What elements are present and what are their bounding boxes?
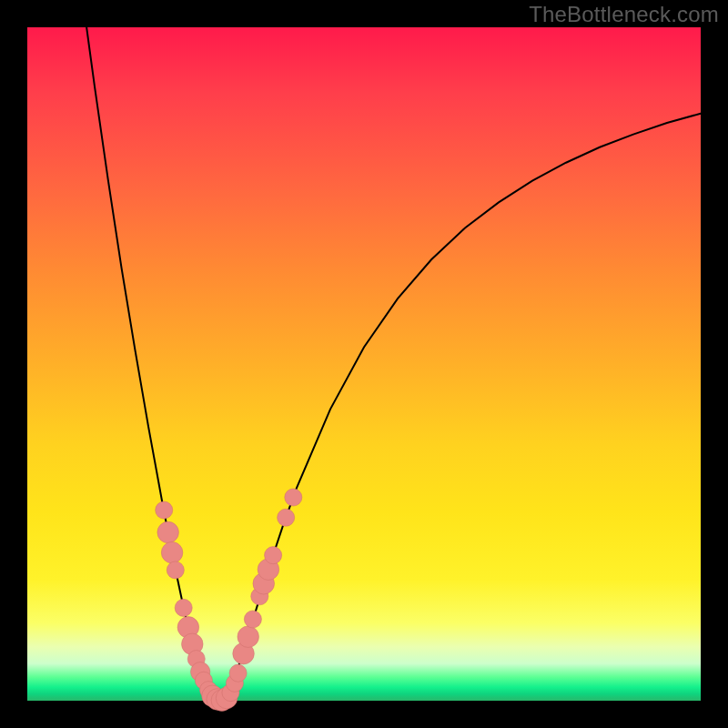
watermark-text: TheBottleneck.com — [529, 2, 719, 27]
plot-area — [27, 27, 701, 701]
curve-marker — [167, 561, 184, 579]
curve-marker — [244, 611, 261, 628]
bottleneck-curve — [86, 27, 701, 701]
curve-marker — [229, 664, 247, 682]
curve-svg — [27, 27, 701, 701]
curve-marker — [161, 541, 183, 563]
curve-marker — [175, 599, 192, 616]
curve-marker — [278, 509, 295, 526]
curve-marker — [157, 521, 179, 543]
curve-marker — [238, 626, 259, 648]
curve-marker — [156, 501, 173, 519]
curve-markers — [156, 489, 302, 711]
curve-marker — [285, 489, 302, 506]
curve-marker — [265, 547, 282, 564]
chart-frame: TheBottleneck.com — [0, 0, 728, 728]
